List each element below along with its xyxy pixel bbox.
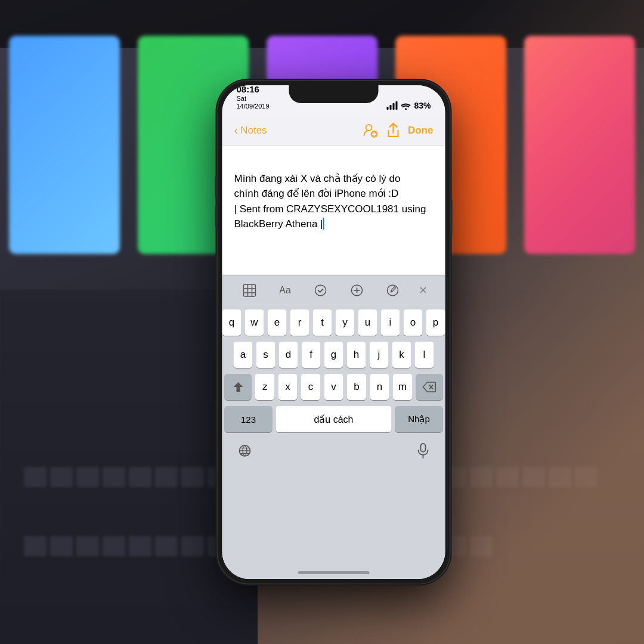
key-s[interactable]: s [256,342,275,368]
add-contact-button[interactable] [361,122,378,138]
key-l[interactable]: l [415,342,434,368]
key-k[interactable]: k [392,342,411,368]
enter-key[interactable]: Nhập [395,406,443,432]
key-i[interactable]: i [381,309,400,336]
key-y[interactable]: y [336,309,355,336]
power-button[interactable] [450,200,453,236]
space-key[interactable]: dấu cách [276,406,392,432]
status-day: Sat [237,95,270,103]
key-row-2: a s d f g h j k l [225,342,443,368]
home-indicator [298,571,370,574]
key-a[interactable]: a [234,342,253,368]
battery-indicator: 83% [414,101,431,110]
key-x[interactable]: x [278,374,297,400]
checklist-icon[interactable] [310,280,330,300]
drawing-icon[interactable] [383,280,403,300]
chevron-left-icon: ‹ [234,124,239,136]
status-icons: 83% [386,101,431,110]
svg-rect-2 [244,284,256,296]
key-j[interactable]: j [370,342,389,368]
globe-icon[interactable] [234,440,256,462]
format-text-icon[interactable]: Aa [275,281,295,299]
key-b[interactable]: b [347,374,366,400]
key-r[interactable]: r [290,309,309,336]
key-row-3: z x c v b n m [225,374,443,400]
note-text: Mình đang xài X và chả thấy có lý do chí… [234,156,434,232]
phone-screen: 08:16 Sat 14/09/2019 [222,85,445,579]
key-d[interactable]: d [279,342,298,368]
keyboard-bottom-row: 123 dấu cách Nhập [222,406,445,432]
text-cursor [323,218,324,230]
key-q[interactable]: q [222,309,242,336]
key-n[interactable]: n [370,374,389,400]
delete-icon [422,382,436,392]
svg-point-9 [388,285,398,296]
note-content-area[interactable]: Mình đang xài X và chả thấy có lý do chí… [222,146,445,275]
microphone-icon[interactable] [413,439,434,462]
key-v[interactable]: v [324,374,343,400]
key-e[interactable]: e [268,309,287,336]
key-u[interactable]: u [358,309,377,336]
person-add-icon [361,122,378,138]
wifi-icon [401,101,410,110]
key-p[interactable]: p [426,309,445,336]
keyboard: q w e r t y u i o p a s [222,305,445,579]
key-row-1: q w e r t y u i o p [225,309,443,336]
key-rows: q w e r t y u i o p a s [222,305,445,400]
volume-down-button[interactable] [215,206,218,227]
navigation-bar: ‹ Notes [222,115,445,146]
svg-point-7 [315,285,326,296]
bg-card-blue [9,36,120,254]
key-o[interactable]: o [404,309,423,336]
key-f[interactable]: f [302,342,321,368]
share-button[interactable] [386,122,400,138]
svg-point-0 [366,124,371,130]
note-body-text: Mình đang xài X và chả thấy có lý do chí… [234,172,426,230]
phone-body: 08:16 Sat 14/09/2019 [218,80,450,584]
keyboard-close-icon[interactable]: ✕ [419,283,428,296]
key-g[interactable]: g [324,342,343,368]
table-icon[interactable] [240,280,260,300]
delete-key[interactable] [416,374,442,400]
done-button[interactable]: Done [408,124,434,136]
signal-icon [386,101,397,110]
key-m[interactable]: m [393,374,412,400]
num-key[interactable]: 123 [225,406,273,432]
status-date: 14/09/2019 [237,103,270,110]
shift-arrow-icon [232,381,244,393]
status-time: 08:16 Sat 14/09/2019 [237,85,270,110]
share-icon [386,122,400,138]
key-z[interactable]: z [255,374,274,400]
keyboard-toolbar: Aa [222,275,445,305]
key-w[interactable]: w [245,309,264,336]
notch [289,85,379,103]
key-h[interactable]: h [347,342,366,368]
back-button[interactable]: ‹ Notes [234,124,267,136]
volume-up-button[interactable] [215,176,218,197]
nav-actions: Done [361,122,434,138]
key-t[interactable]: t [313,309,332,336]
shift-key[interactable] [225,374,252,400]
keyboard-icon-row [222,437,445,462]
key-c[interactable]: c [301,374,320,400]
svg-rect-11 [421,444,426,452]
back-label: Notes [240,124,267,136]
phone-device: 08:16 Sat 14/09/2019 [218,80,450,584]
insert-icon[interactable] [346,280,367,300]
bg-card-red [524,36,635,254]
